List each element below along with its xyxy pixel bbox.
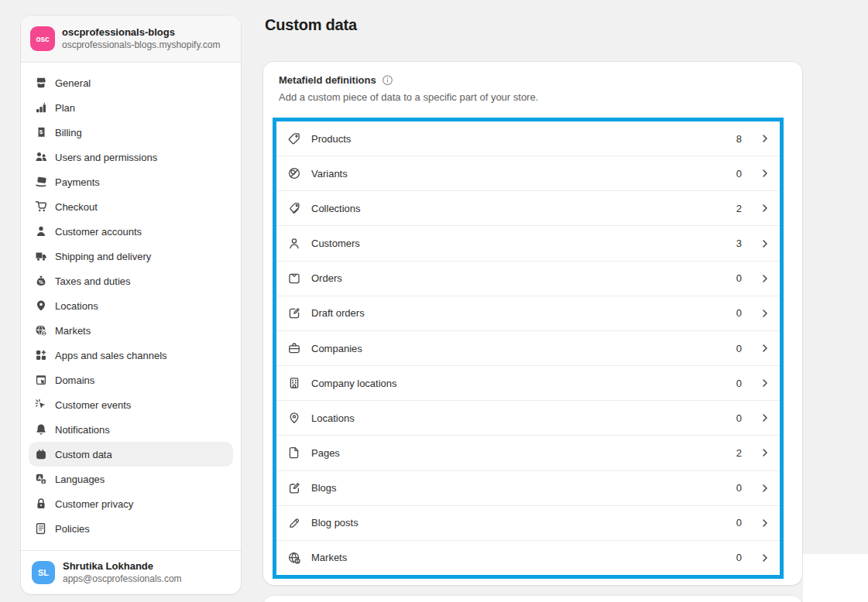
page-title: Custom data (265, 16, 357, 34)
variant-icon (287, 166, 301, 180)
metafield-row-blogs[interactable]: Blogs 0 (276, 471, 780, 506)
definition-count: 0 (736, 482, 742, 494)
sidebar-item-customer-privacy[interactable]: Customer privacy (29, 491, 233, 516)
metafield-row-blog-posts[interactable]: Blog posts 0 (276, 506, 780, 541)
plan-icon (35, 101, 47, 114)
notifications-icon (35, 423, 47, 436)
settings-sidebar: osc oscprofessionals-blogs oscprofession… (21, 15, 241, 594)
sidebar-item-general[interactable]: General (29, 70, 233, 95)
metafield-row-collections[interactable]: Collections 2 (276, 191, 780, 226)
pages-icon (287, 446, 301, 460)
store-logo: osc (30, 26, 55, 51)
customer-accounts-icon (35, 225, 47, 238)
user-account[interactable]: SL Shrutika Lokhande apps@oscprofessiona… (21, 550, 241, 594)
sidebar-item-users-and-permissions[interactable]: Users and permissions (29, 145, 233, 169)
users-icon (35, 151, 47, 163)
row-label: Blog posts (311, 517, 726, 528)
blog-posts-icon (287, 516, 301, 530)
user-meta: Shrutika Lokhande apps@oscprofessionals.… (63, 560, 182, 585)
avatar-initials: SL (38, 568, 49, 577)
sidebar-item-locations[interactable]: Locations (29, 293, 233, 318)
sidebar-item-markets[interactable]: $ Markets (29, 318, 233, 343)
row-label: Markets (311, 552, 726, 563)
sidebar-item-taxes-and-duties[interactable]: % Taxes and duties (29, 269, 233, 293)
sidebar-item-plan[interactable]: Plan (29, 95, 233, 120)
sidebar-item-customer-events[interactable]: Customer events (29, 392, 233, 417)
privacy-icon (35, 498, 47, 510)
chevron-right-icon (761, 134, 769, 143)
metafield-row-variants[interactable]: Variants 0 (276, 156, 780, 191)
info-icon[interactable] (382, 74, 393, 86)
chevron-right-icon (761, 413, 769, 422)
taxes-icon: % (35, 275, 47, 287)
next-card-partial (263, 596, 802, 602)
customer-events-icon (35, 398, 47, 411)
sidebar-item-customer-accounts[interactable]: Customer accounts (29, 219, 233, 244)
highlight-annotation-box: Products 8 Variants 0 Collections 2 Cust… (273, 118, 784, 579)
checkout-icon (35, 200, 47, 213)
store-switcher[interactable]: osc oscprofessionals-blogs oscprofession… (21, 15, 241, 63)
metafield-row-draft-orders[interactable]: Draft orders 0 (276, 296, 780, 331)
chevron-right-icon (761, 378, 769, 388)
metafield-row-customers[interactable]: Customers 3 (276, 226, 780, 261)
chevron-right-icon (761, 169, 769, 178)
store-logo-text: osc (36, 35, 49, 43)
chevron-right-icon (761, 553, 769, 563)
svg-text:%: % (39, 279, 43, 285)
metafield-row-locations[interactable]: Locations 0 (276, 401, 780, 436)
sidebar-item-policies[interactable]: Policies (29, 516, 233, 541)
sidebar-item-billing[interactable]: $ Billing (29, 120, 233, 145)
sidebar-item-languages[interactable]: Aa Languages (29, 467, 233, 491)
store-domain: oscprofessionals-blogs.myshopify.com (62, 39, 221, 51)
metafield-row-companies[interactable]: Companies 0 (276, 331, 780, 366)
definition-count: 0 (736, 343, 742, 354)
chevron-right-icon (761, 484, 769, 493)
metafield-row-company-locations[interactable]: Company locations 0 (276, 366, 780, 401)
definition-count: 0 (736, 307, 742, 319)
row-label: Companies (311, 343, 726, 354)
languages-icon: Aa (35, 473, 47, 485)
store-meta: oscprofessionals-blogs oscprofessionals-… (62, 26, 221, 51)
row-label: Collections (311, 203, 726, 214)
orders-icon (287, 272, 301, 286)
metafield-row-pages[interactable]: Pages 2 (276, 436, 780, 470)
definition-count: 0 (736, 517, 742, 528)
chevron-right-icon (761, 309, 769, 318)
row-label: Company locations (311, 378, 726, 389)
definition-count: 0 (736, 272, 742, 284)
sidebar-item-payments[interactable]: Payments (29, 169, 233, 194)
custom-data-icon (35, 448, 47, 460)
metafield-row-markets[interactable]: $ Markets 0 (276, 541, 780, 575)
chevron-right-icon (761, 204, 769, 213)
user-email: apps@oscprofessionals.com (63, 573, 182, 585)
sidebar-item-custom-data[interactable]: Custom data (29, 442, 233, 467)
sidebar-item-apps-and-sales-channels[interactable]: Apps and sales channels (29, 343, 233, 368)
metafield-row-orders[interactable]: Orders 0 (276, 262, 780, 296)
markets-globe-icon: $ (287, 551, 301, 565)
row-label: Products (311, 133, 726, 145)
svg-text:$: $ (39, 128, 43, 135)
user-name: Shrutika Lokhande (63, 560, 182, 573)
sidebar-item-notifications[interactable]: Notifications (29, 417, 233, 442)
row-label: Orders (311, 272, 726, 284)
sidebar-item-shipping-and-delivery[interactable]: Shipping and delivery (29, 244, 233, 269)
sidebar-item-checkout[interactable]: Checkout (29, 194, 233, 219)
apps-icon (35, 349, 47, 361)
sidebar-item-domains[interactable]: Domains (29, 368, 233, 392)
tag-icon (287, 132, 301, 145)
row-label: Variants (311, 168, 726, 180)
store-name: oscprofessionals-blogs (62, 26, 221, 39)
policies-icon (35, 522, 47, 535)
settings-nav: General Plan $ Billing Users and permiss… (21, 63, 241, 550)
chevron-right-icon (761, 274, 769, 283)
draft-orders-icon (287, 306, 301, 320)
billing-icon: $ (35, 126, 47, 139)
metafield-definitions-card: Metafield definitions Add a custom piece… (263, 62, 802, 585)
metafield-row-products[interactable]: Products 8 (276, 121, 780, 156)
chevron-right-icon (761, 448, 769, 457)
chevron-right-icon (761, 239, 769, 248)
shipping-icon (35, 250, 47, 262)
bottom-right-white-panel (803, 554, 868, 602)
chevron-right-icon (761, 344, 769, 353)
row-label: Customers (311, 238, 726, 249)
